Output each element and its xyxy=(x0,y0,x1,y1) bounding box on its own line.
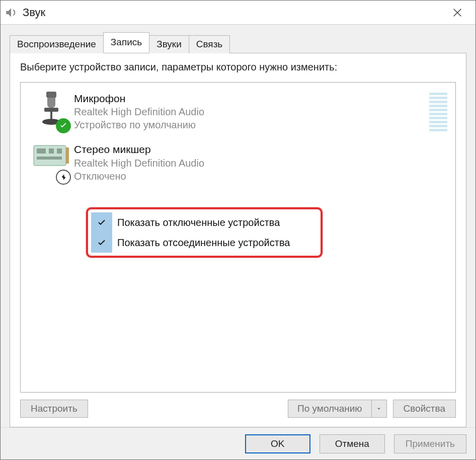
device-text: Стерео микшер Realtek High Definition Au… xyxy=(74,141,447,182)
sound-card-icon xyxy=(32,141,71,170)
window-title: Звук xyxy=(23,6,443,19)
tab-sounds[interactable]: Звуки xyxy=(149,35,189,53)
svg-rect-9 xyxy=(37,157,62,160)
menu-item-label: Показать отсоединенные устройства xyxy=(117,237,290,249)
menu-item-show-disconnected[interactable]: Показать отсоединенные устройства xyxy=(91,233,318,253)
device-text: Микрофон Realtek High Definition Audio У… xyxy=(74,91,429,131)
device-icon xyxy=(29,141,74,182)
context-menu: Показать отключенные устройства Показать… xyxy=(86,207,323,258)
tab-label: Звуки xyxy=(156,39,182,49)
client-area: Воспроизведение Запись Звуки Связь Выбер… xyxy=(1,25,475,427)
sound-icon xyxy=(5,6,18,19)
tab-label: Запись xyxy=(111,37,142,47)
level-meter xyxy=(429,91,447,131)
device-name: Стерео микшер xyxy=(74,142,447,156)
device-row-microphone[interactable]: Микрофон Realtek High Definition Audio У… xyxy=(27,87,449,137)
tab-communications[interactable]: Связь xyxy=(189,35,230,53)
dialog-button-row: OK Отмена Применить xyxy=(1,427,475,459)
button-label: Настроить xyxy=(31,403,77,414)
button-label: Отмена xyxy=(335,438,369,449)
tab-label: Связь xyxy=(196,39,223,49)
configure-button[interactable]: Настроить xyxy=(20,400,88,418)
apply-button[interactable]: Применить xyxy=(394,434,466,453)
dropdown-arrow-icon[interactable] xyxy=(371,400,386,417)
properties-button[interactable]: Свойства xyxy=(393,400,456,418)
set-default-button[interactable]: По умолчанию xyxy=(288,400,387,418)
device-status: Отключено xyxy=(74,170,447,183)
close-button[interactable] xyxy=(443,1,471,25)
disabled-badge-icon xyxy=(56,170,71,185)
device-name: Микрофон xyxy=(74,92,429,105)
menu-check-icon xyxy=(91,233,112,253)
device-row-stereo-mix[interactable]: Стерео микшер Realtek High Definition Au… xyxy=(27,137,449,188)
tab-recording[interactable]: Запись xyxy=(103,32,149,53)
svg-rect-6 xyxy=(37,148,46,154)
panel-button-row: Настроить По умолчанию Свойства xyxy=(20,400,456,418)
svg-rect-1 xyxy=(46,92,56,98)
button-label: Свойства xyxy=(404,403,445,414)
tab-panel-recording: Выберите устройство записи, параметры ко… xyxy=(10,53,466,427)
device-driver: Realtek High Definition Audio xyxy=(74,157,447,170)
svg-rect-3 xyxy=(50,112,52,119)
menu-check-icon xyxy=(91,212,112,233)
device-driver: Realtek High Definition Audio xyxy=(74,105,429,118)
close-icon xyxy=(452,7,463,18)
svg-rect-2 xyxy=(44,108,58,112)
device-status: Устройство по умолчанию xyxy=(74,118,429,131)
button-label: Применить xyxy=(406,438,455,449)
svg-rect-7 xyxy=(49,148,54,154)
svg-rect-8 xyxy=(57,148,62,154)
tab-label: Воспроизведение xyxy=(17,39,96,49)
device-list[interactable]: Микрофон Realtek High Definition Audio У… xyxy=(20,82,456,393)
menu-item-show-disabled[interactable]: Показать отключенные устройства xyxy=(91,212,318,233)
sound-dialog: Звук Воспроизведение Запись Звуки Связь … xyxy=(0,0,476,460)
tab-playback[interactable]: Воспроизведение xyxy=(10,35,104,53)
device-icon xyxy=(29,91,74,131)
titlebar: Звук xyxy=(1,1,475,25)
instruction-text: Выберите устройство записи, параметры ко… xyxy=(20,61,456,73)
default-check-badge-icon xyxy=(56,118,71,133)
button-label: По умолчанию xyxy=(288,400,371,417)
tabstrip: Воспроизведение Запись Звуки Связь xyxy=(10,34,466,53)
cancel-button[interactable]: Отмена xyxy=(320,434,385,453)
ok-button[interactable]: OK xyxy=(245,434,310,453)
menu-item-label: Показать отключенные устройства xyxy=(117,217,280,228)
button-label: OK xyxy=(271,438,284,449)
svg-rect-10 xyxy=(66,147,69,164)
